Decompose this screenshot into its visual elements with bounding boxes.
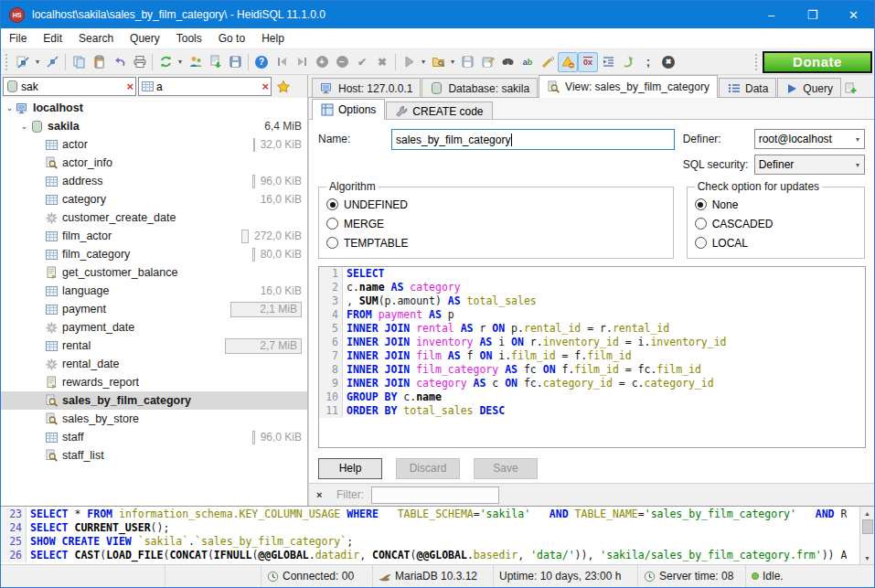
help-button[interactable]: Help [318,458,382,479]
tree-item-sales_by_film_category[interactable]: sales_by_film_category [1,391,307,410]
post-changes-icon[interactable]: ✔ [352,52,372,72]
tree-item-staff[interactable]: staff96,0 KiB [1,428,307,446]
delete-record-icon[interactable]: − [332,52,352,72]
tree-item-staff_list[interactable]: staff_list [1,446,307,465]
sql-source-editor[interactable]: 1SELECT2c.name AS category3, SUM(p.amoun… [318,266,866,448]
stop-on-errors-icon[interactable] [558,52,578,72]
radio-check-option-none[interactable]: None [695,195,857,214]
tree-item-language[interactable]: language16,0 KiB [1,282,307,300]
tree-item-sales_by_store[interactable]: sales_by_store [1,410,307,428]
donate-button[interactable]: Donate [763,51,872,73]
reformat-sql-icon[interactable] [538,52,558,72]
subtab-create-code[interactable]: CREATE code [386,102,492,120]
radio-algorithm-merge[interactable]: MERGE [326,214,666,233]
tree-item-address[interactable]: address96,0 KiB [1,172,307,190]
replace-text-icon[interactable]: ab [518,52,538,72]
clear-database-filter-icon[interactable]: × [126,80,133,92]
database-filter-input[interactable] [19,80,126,94]
menu-file[interactable]: File [1,28,35,48]
definer-combobox[interactable]: root@localhost▾ [754,129,865,149]
tab-view-sales_by_film_category[interactable]: View: sales_by_film_category [539,75,718,98]
add-record-icon[interactable]: + [312,52,332,72]
clear-table-filter-icon[interactable]: × [261,80,269,92]
cancel-editing-icon[interactable]: ✖ [372,52,392,72]
nav-first-icon[interactable] [272,52,292,72]
table-filter-input[interactable] [155,80,261,94]
tree-item-film_category[interactable]: film_category80,0 KiB [1,245,307,263]
log-scrollbar[interactable]: ▲ ▼ [859,507,874,564]
sql-security-combobox[interactable]: Definer▾ [754,155,865,175]
favorites-star-icon[interactable] [276,80,291,94]
scroll-down-icon[interactable]: ▼ [864,551,870,564]
copy-icon[interactable] [69,52,89,72]
dropdown-caret-icon[interactable]: ▾ [448,58,457,66]
user-manager-icon[interactable] [185,52,205,72]
menu-go-to[interactable]: Go to [210,28,253,48]
disconnect-icon[interactable] [42,52,62,72]
reconnect-icon[interactable] [618,52,638,72]
dropdown-caret-icon[interactable]: ▾ [419,58,428,66]
tree-item-rental_date[interactable]: rental_date [1,355,307,373]
radio-check-option-local[interactable]: LOCAL [695,233,857,252]
help-icon[interactable]: ? [251,52,272,72]
menu-help[interactable]: Help [253,28,293,48]
export-tables-icon[interactable] [205,52,225,72]
refresh-icon[interactable] [155,52,176,72]
print-icon[interactable] [129,52,149,72]
subtab-options[interactable]: Options [312,99,385,120]
scrollbar-thumb[interactable] [862,519,873,534]
dropdown-caret-icon[interactable]: ▾ [176,58,185,66]
tree-item-payment[interactable]: payment2,1 MiB [1,300,307,318]
view-name-field[interactable]: sales_by_film_category [391,129,675,150]
session-manager-icon[interactable] [13,52,33,72]
radio-algorithm-temptable[interactable]: TEMPTABLE [326,233,666,252]
save-sql-icon[interactable] [457,52,477,72]
run-query-icon[interactable] [399,52,419,72]
tree-item-customer_create_date[interactable]: customer_create_date [1,208,307,227]
tree-item-localhost[interactable]: ⌄localhost [1,99,307,117]
maximize-button[interactable]: ❐ [792,1,833,28]
tree-item-get_customer_balance[interactable]: get_customer_balance [1,263,307,282]
menu-query[interactable]: Query [122,28,168,48]
find-text-icon[interactable] [497,52,518,72]
binary-in-hex-icon[interactable]: 0x [578,52,598,72]
filter-input[interactable] [371,486,499,504]
paste-icon[interactable] [89,52,109,72]
dropdown-caret-icon[interactable]: ▾ [33,58,42,66]
tree-item-payment_date[interactable]: payment_date [1,318,307,337]
tab-database-sakila[interactable]: Database: sakila [421,78,538,98]
stop-icon[interactable]: ✖ [658,52,678,72]
indent-icon[interactable] [598,52,618,72]
table-filter[interactable]: × [138,77,272,96]
expand-chevron-icon[interactable]: ⌄ [19,122,29,131]
tab-host-127-0-0-1[interactable]: Host: 127.0.0.1 [312,78,421,98]
radio-check-option-cascaded[interactable]: CASCADED [695,214,857,233]
tree-item-rental[interactable]: rental2,7 MiB [1,337,307,355]
menu-search[interactable]: Search [70,28,122,48]
save-sql-as-icon[interactable] [477,52,497,72]
tab-data[interactable]: Data [719,78,776,98]
menu-edit[interactable]: Edit [35,28,70,48]
close-filter-icon[interactable]: × [316,489,336,500]
delimiter-icon[interactable]: ; [638,52,658,72]
tree-item-sakila[interactable]: ⌄sakila6,4 MiB [1,117,307,135]
tree-item-actor[interactable]: actor32,0 KiB [1,135,307,154]
tab-query[interactable]: Query [777,78,841,98]
minimize-button[interactable]: – [751,1,792,28]
tree-item-rewards_report[interactable]: rewards_report [1,373,307,391]
tree-item-category[interactable]: category16,0 KiB [1,190,307,208]
nav-last-icon[interactable] [292,52,312,72]
radio-algorithm-undefined[interactable]: UNDEFINED [326,195,666,214]
tree-item-film_actor[interactable]: film_actor272,0 KiB [1,227,307,245]
undo-icon[interactable] [109,52,129,72]
save-snippet-icon[interactable] [225,52,245,72]
load-sql-file-icon[interactable] [428,52,448,72]
close-button[interactable]: ✕ [833,1,874,28]
expand-chevron-icon[interactable]: ⌄ [5,103,15,112]
database-filter[interactable]: × [3,77,136,96]
new-query-tab-button[interactable] [844,78,858,98]
scroll-up-icon[interactable]: ▲ [864,507,870,519]
tree-item-label: payment [59,303,230,315]
menu-tools[interactable]: Tools [168,28,210,48]
tree-item-actor_info[interactable]: actor_info [1,154,307,172]
